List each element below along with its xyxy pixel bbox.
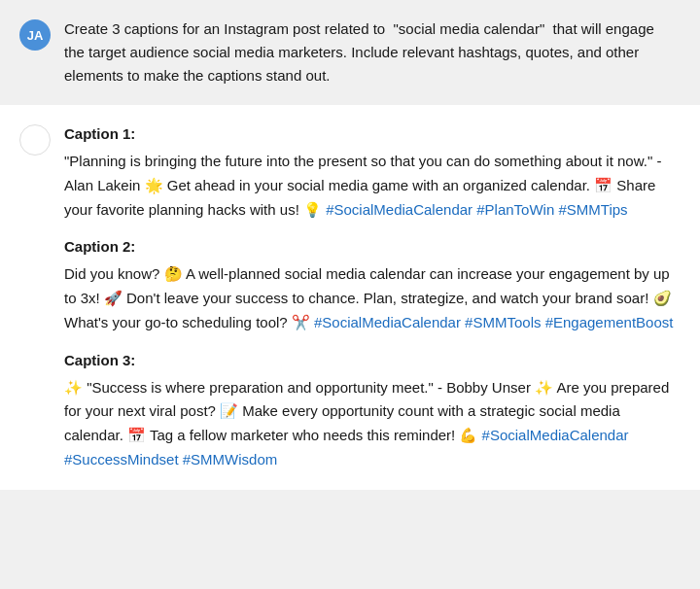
hashtag-8: #SuccessMindset <box>64 451 179 468</box>
ai-message: Caption 1: "Planning is bringing the fut… <box>0 105 700 490</box>
openai-avatar <box>19 124 51 156</box>
user-message: JA Create 3 captions for an Instagram po… <box>0 0 700 105</box>
caption-2-label: Caption 2: <box>64 235 677 259</box>
ai-message-content: Caption 1: "Planning is bringing the fut… <box>64 122 677 472</box>
user-avatar: JA <box>19 19 51 51</box>
hashtag-5: #SMMTools <box>465 314 541 330</box>
user-message-content: Create 3 captions for an Instagram post … <box>64 17 677 87</box>
caption-2-block: Caption 2: Did you know? 🤔 A well-planne… <box>64 235 677 334</box>
caption-3-text: ✨ "Success is where preparation and oppo… <box>64 379 669 468</box>
caption-2-text: Did you know? 🤔 A well-planned social me… <box>64 265 673 330</box>
user-avatar-initials: JA <box>27 28 44 43</box>
hashtag-2: #PlanToWin <box>476 201 554 218</box>
caption-3-label: Caption 3: <box>64 349 677 372</box>
hashtag-9: #SMMWisdom <box>183 451 278 468</box>
hashtag-7: #SocialMediaCalendar <box>482 427 629 443</box>
user-message-text: Create 3 captions for an Instagram post … <box>64 17 677 87</box>
caption-1-block: Caption 1: "Planning is bringing the fut… <box>64 122 677 222</box>
caption-3-block: Caption 3: ✨ "Success is where preparati… <box>64 349 677 472</box>
hashtag-6: #EngagementBoost <box>545 314 674 330</box>
hashtag-4: #SocialMediaCalendar <box>314 314 461 330</box>
openai-logo-icon <box>24 129 46 151</box>
caption-1-label: Caption 1: <box>64 122 677 146</box>
hashtag-3: #SMMTips <box>558 201 627 218</box>
caption-1-text: "Planning is bringing the future into th… <box>64 153 661 218</box>
hashtag-1: #SocialMediaCalendar <box>326 201 472 218</box>
